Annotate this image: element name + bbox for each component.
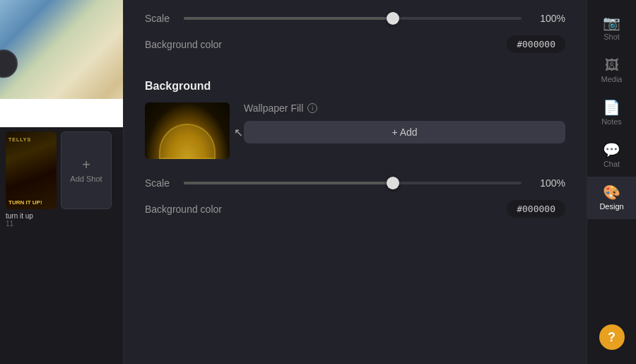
add-shot-button[interactable]: + Add Shot <box>61 131 112 209</box>
sidebar-label-media: Media <box>601 75 623 83</box>
scale-slider-1[interactable] <box>184 11 522 25</box>
preview-image <box>0 0 124 127</box>
slider-thumb-1[interactable] <box>387 12 399 25</box>
bg-color-badge-2[interactable]: #000000 <box>507 200 565 218</box>
sidebar-label-chat: Chat <box>603 160 620 168</box>
add-button[interactable]: + Add <box>244 121 565 143</box>
scale-label-1: Scale <box>145 13 170 24</box>
right-sidebar: 📷 Shot 🖼 Media 📄 Notes 💬 Chat 🎨 Design ? <box>587 0 636 364</box>
slider-fill-1 <box>184 17 393 20</box>
slider-fill-2 <box>184 182 393 184</box>
scale-value-1: 100% <box>536 13 565 24</box>
sidebar-item-chat[interactable]: 💬 Chat <box>587 134 636 177</box>
scale-row-2: Scale 100% <box>145 176 565 190</box>
add-btn-wrap: ↖ + Add <box>244 121 565 143</box>
background-title: Background <box>145 80 565 93</box>
info-icon[interactable]: i <box>307 103 317 113</box>
bg-thumbnail <box>145 102 230 159</box>
bg-color-row-2: Background color #000000 <box>145 200 565 218</box>
help-button[interactable]: ? <box>599 324 625 350</box>
scale-section-2: Scale 100% Background color #000000 <box>145 165 565 233</box>
background-section: Background Wallpaper Fill i ↖ + Add <box>145 69 565 165</box>
shot-thumb-inner: TURN IT UP! <box>6 131 57 209</box>
wallpaper-fill-label: Wallpaper Fill <box>244 102 303 114</box>
add-shot-label: Add Shot <box>70 175 102 183</box>
sidebar-label-design: Design <box>599 202 623 211</box>
top-preview <box>0 0 124 127</box>
bg-thumbnail-inner <box>145 102 230 159</box>
wallpaper-fill-row: Wallpaper Fill i <box>244 102 565 114</box>
chat-icon: 💬 <box>603 143 620 157</box>
slider-track-1 <box>184 17 522 20</box>
left-panel: TURN IT UP! + Add Shot turn it up 11 <box>0 0 124 364</box>
shot-name: turn it up <box>0 209 123 220</box>
bg-color-badge-1[interactable]: #000000 <box>507 35 565 53</box>
scale-value-2: 100% <box>536 177 565 189</box>
sidebar-item-media[interactable]: 🖼 Media <box>587 49 636 92</box>
sidebar-item-notes[interactable]: 📄 Notes <box>587 92 636 134</box>
shot-thumb-text: TURN IT UP! <box>8 200 42 206</box>
bg-color-row-1: Background color #000000 <box>145 35 565 53</box>
shot-icon: 📷 <box>603 16 620 30</box>
bg-color-label-1: Background color <box>145 39 222 50</box>
slider-thumb-2[interactable] <box>387 177 399 189</box>
design-icon: 🎨 <box>603 185 620 199</box>
bg-arch <box>159 124 216 159</box>
scale-slider-2[interactable] <box>184 176 522 190</box>
media-icon: 🖼 <box>605 58 619 72</box>
sidebar-label-shot: Shot <box>603 33 620 41</box>
scale-row-1: Scale 100% <box>145 11 565 25</box>
cursor-icon: ↖ <box>234 126 243 139</box>
shot-number: 11 <box>0 220 123 228</box>
shot-thumbnail-wrap: TURN IT UP! <box>6 131 57 209</box>
shot-thumbnail[interactable]: TURN IT UP! <box>6 131 57 209</box>
bg-row: Wallpaper Fill i ↖ + Add <box>145 102 565 159</box>
bg-right: Wallpaper Fill i ↖ + Add <box>244 102 565 143</box>
scale-section-1: Scale 100% Background color #000000 <box>145 0 565 69</box>
bg-color-label-2: Background color <box>145 204 222 215</box>
sidebar-item-shot[interactable]: 📷 Shot <box>587 7 636 49</box>
main-panel: Scale 100% Background color #000000 Back… <box>124 0 587 364</box>
add-shot-plus-icon: + <box>82 158 90 172</box>
slider-track-2 <box>184 182 522 184</box>
scale-label-2: Scale <box>145 177 170 189</box>
sidebar-label-notes: Notes <box>601 117 622 126</box>
sidebar-item-design[interactable]: 🎨 Design <box>587 177 636 219</box>
notes-icon: 📄 <box>603 100 620 115</box>
